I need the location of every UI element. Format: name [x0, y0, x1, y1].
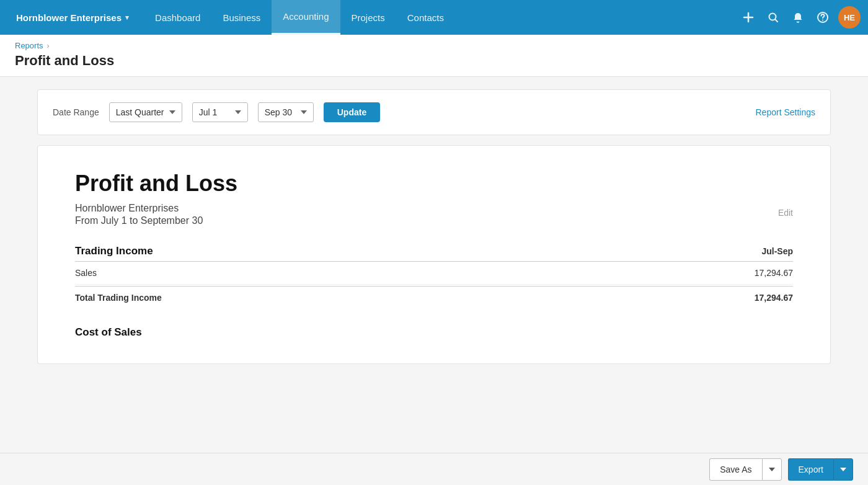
trading-income-header: Trading Income Jul-Sep	[75, 245, 793, 262]
report-company: Hornblower Enterprises	[75, 203, 793, 214]
trading-income-title: Trading Income	[75, 245, 153, 257]
report-period: From July 1 to September 30	[75, 215, 793, 226]
main-content: Date Range Last Quarter Jul 1 Sep 30 Upd…	[0, 77, 868, 485]
total-trading-income-label: Total Trading Income	[75, 293, 162, 303]
save-as-dropdown-button[interactable]	[762, 458, 782, 481]
save-as-split-button: Save As	[709, 458, 781, 481]
help-button[interactable]	[813, 8, 832, 27]
edit-link[interactable]: Edit	[778, 208, 793, 218]
nav-link-contacts[interactable]: Contacts	[396, 0, 455, 35]
nav-link-business[interactable]: Business	[211, 0, 272, 35]
breadcrumb: Reports ›	[15, 41, 853, 50]
total-trading-income-row: Total Trading Income 17,294.67	[75, 286, 793, 309]
nav-link-projects[interactable]: Projects	[340, 0, 396, 35]
cost-of-sales-section: Cost of Sales	[75, 326, 793, 339]
avatar[interactable]: HE	[838, 6, 861, 29]
filters-card: Date Range Last Quarter Jul 1 Sep 30 Upd…	[37, 89, 831, 135]
cost-of-sales-title: Cost of Sales	[75, 326, 142, 339]
nav-link-accounting[interactable]: Accounting	[272, 0, 340, 35]
report-heading: Profit and Loss	[75, 171, 793, 197]
page-title: Profit and Loss	[15, 53, 853, 69]
breadcrumb-separator: ›	[47, 42, 50, 50]
nav-links: Dashboard Business Accounting Projects C…	[144, 0, 455, 35]
nav-right-actions: HE	[739, 6, 861, 29]
bottom-bar: Save As Export	[0, 453, 868, 485]
page-header: Reports › Profit and Loss	[0, 35, 868, 77]
brand-button[interactable]: Hornblower Enterprises ▾	[7, 12, 138, 23]
trading-income-col-header: Jul-Sep	[761, 246, 793, 256]
export-split-button: Export	[788, 458, 853, 481]
sales-row: Sales 17,294.67	[75, 262, 793, 285]
add-button[interactable]	[739, 8, 758, 27]
update-button[interactable]: Update	[324, 102, 380, 122]
report-settings-link[interactable]: Report Settings	[756, 107, 816, 117]
export-dropdown-button[interactable]	[833, 458, 853, 481]
date-range-select[interactable]: Last Quarter	[109, 102, 182, 122]
brand-name: Hornblower Enterprises	[16, 12, 122, 23]
top-navigation: Hornblower Enterprises ▾ Dashboard Busin…	[0, 0, 868, 35]
brand-chevron: ▾	[125, 14, 129, 22]
date-range-label: Date Range	[53, 107, 99, 117]
sales-value: 17,294.67	[755, 268, 793, 278]
svg-point-3	[822, 20, 823, 21]
nav-link-dashboard[interactable]: Dashboard	[144, 0, 211, 35]
notifications-button[interactable]	[789, 8, 807, 27]
breadcrumb-reports-link[interactable]: Reports	[15, 41, 43, 50]
date-from-select[interactable]: Jul 1	[192, 102, 248, 122]
total-trading-income-value: 17,294.67	[755, 293, 793, 303]
export-button[interactable]: Export	[788, 458, 833, 481]
svg-line-1	[776, 20, 778, 22]
date-to-select[interactable]: Sep 30	[258, 102, 314, 122]
sales-label: Sales	[75, 268, 97, 278]
save-as-button[interactable]: Save As	[709, 458, 761, 481]
trading-income-section: Trading Income Jul-Sep Sales 17,294.67 T…	[75, 245, 793, 309]
report-card: Profit and Loss Hornblower Enterprises F…	[37, 145, 831, 364]
search-button[interactable]	[764, 8, 782, 27]
